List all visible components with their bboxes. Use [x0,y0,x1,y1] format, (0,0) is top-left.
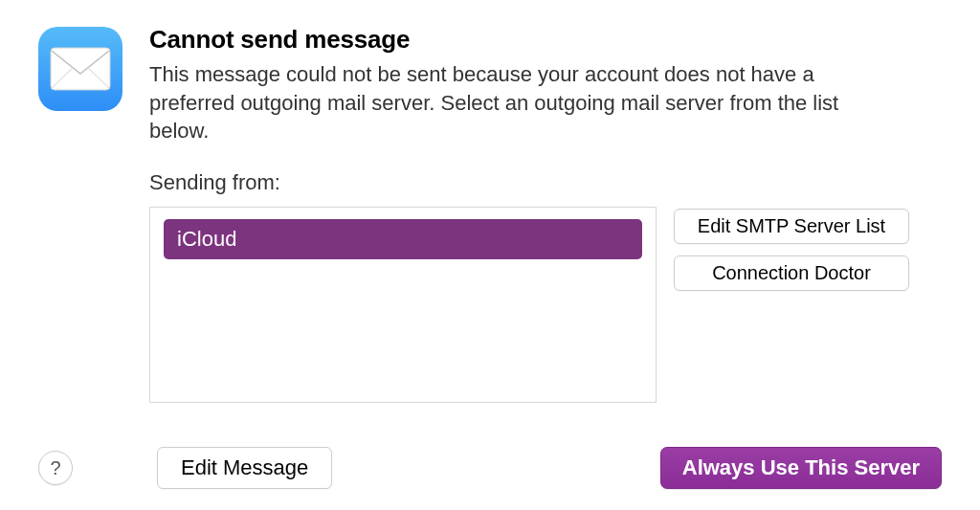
svg-rect-0 [51,48,110,90]
dialog-body: This message could not be sent because y… [149,60,858,145]
side-button-column: Edit SMTP Server List Connection Doctor [674,207,909,291]
edit-message-button[interactable]: Edit Message [157,447,332,489]
dialog: Cannot send message This message could n… [0,0,980,403]
content-column: Cannot send message This message could n… [149,27,942,403]
dialog-title: Cannot send message [149,25,942,55]
help-button[interactable]: ? [38,451,73,485]
sending-from-label: Sending from: [149,170,942,195]
envelope-icon [50,47,111,91]
edit-smtp-button[interactable]: Edit SMTP Server List [674,209,909,244]
footer: ? Edit Message Always Use This Server [0,447,980,489]
icon-column [38,27,122,403]
connection-doctor-button[interactable]: Connection Doctor [674,255,909,291]
list-item[interactable]: iCloud [164,219,642,259]
always-use-server-button[interactable]: Always Use This Server [660,447,942,489]
mid-row: iCloud Edit SMTP Server List Connection … [149,207,942,403]
mail-app-icon [38,27,122,111]
server-listbox[interactable]: iCloud [149,207,657,403]
